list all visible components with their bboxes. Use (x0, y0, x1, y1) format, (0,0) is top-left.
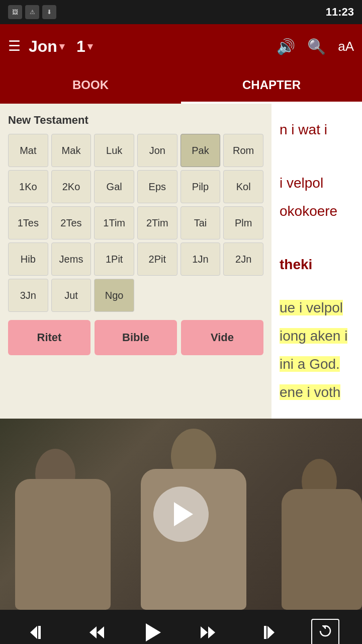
status-icon-image: 🖼 (8, 5, 22, 19)
book-cell-2pit[interactable]: 2Pit (137, 243, 177, 276)
book-cell-hib[interactable]: Hib (8, 243, 48, 276)
figure-left (15, 449, 116, 610)
book-cell-eps[interactable]: Eps (137, 170, 177, 203)
text-line2: i velpol (280, 169, 354, 197)
svg-marker-2 (89, 626, 97, 638)
text-line5: ue i velpol (280, 294, 354, 322)
book-dropdown-arrow: ▾ (59, 40, 64, 52)
svg-marker-3 (97, 626, 104, 638)
book-cell-jems[interactable]: Jems (51, 243, 92, 276)
text-line4: theki (280, 251, 354, 279)
book-cell-1ko[interactable]: 1Ko (8, 170, 48, 203)
book-cell-2tes[interactable]: 2Tes (51, 206, 92, 239)
figure-right-body (282, 489, 362, 610)
book-name: Jon (29, 37, 57, 56)
fast-forward-button[interactable] (193, 617, 223, 644)
book-cell-luk[interactable]: Luk (94, 134, 134, 167)
tab-chapter[interactable]: CHAPTER (181, 68, 362, 104)
skip-back-button[interactable] (23, 617, 53, 644)
rewind-button[interactable] (81, 617, 112, 644)
book-cell-empty2 (180, 279, 221, 312)
tab-row: BOOK CHAPTER (0, 68, 362, 104)
ritet-button[interactable]: Ritet (8, 320, 90, 355)
chapter-dropdown-arrow: ▾ (87, 40, 93, 52)
svg-marker-7 (267, 626, 275, 639)
text-line8: ene i voth (280, 378, 354, 407)
book-cell-mak[interactable]: Mak (51, 134, 92, 167)
tab-book[interactable]: BOOK (0, 68, 181, 104)
dropdown-panel: New Testament Mat Mak Luk Jon Pak Rom 1K… (0, 104, 272, 419)
book-cell-rom[interactable]: Rom (223, 134, 263, 167)
section-label: New Testament (8, 114, 263, 127)
book-cell-mat[interactable]: Mat (8, 134, 48, 167)
book-cell-gal[interactable]: Gal (94, 170, 134, 203)
text-line3: okokoere (280, 197, 354, 225)
book-cell-plm[interactable]: Plm (223, 206, 263, 239)
figure-right (282, 459, 362, 610)
svg-marker-5 (201, 626, 208, 638)
book-cell-jut[interactable]: Jut (51, 279, 92, 312)
book-grid: Mat Mak Luk Jon Pak Rom 1Ko 2Ko Gal Eps … (8, 134, 263, 312)
svg-marker-4 (146, 623, 161, 641)
speed-button[interactable] (311, 619, 339, 645)
book-cell-1tes[interactable]: 1Tes (8, 206, 48, 239)
figure-left-body (15, 479, 111, 610)
status-time: 11:23 (326, 6, 354, 19)
toolbar: ☰ Jon ▾ 1 ▾ 🔊 🔍 aA (0, 24, 362, 68)
text-line6: iong aken i (280, 322, 354, 350)
toolbar-icons: 🔊 🔍 aA (277, 38, 354, 55)
search-icon[interactable]: 🔍 (307, 38, 326, 55)
text-line1: n i wat i (280, 116, 354, 144)
svg-marker-6 (208, 626, 215, 638)
special-buttons: Ritet Bible Vide (8, 320, 263, 355)
status-bar: 🖼 ⚠ ⬇ 11:23 (0, 0, 362, 24)
background-text: n i wat i i velpol okokoere theki ue i v… (272, 104, 362, 419)
book-cell-2ko[interactable]: 2Ko (51, 170, 92, 203)
play-video-button[interactable] (153, 487, 209, 542)
play-triangle-icon (174, 502, 193, 526)
book-selector[interactable]: Jon ▾ (29, 37, 64, 56)
book-cell-1tim[interactable]: 1Tim (94, 206, 134, 239)
status-icon-download: ⬇ (42, 5, 56, 19)
chapter-number: 1 (76, 37, 85, 56)
bible-button[interactable]: Bible (95, 320, 177, 355)
status-icon-alert: ⚠ (25, 5, 39, 19)
play-pause-button[interactable] (141, 621, 164, 644)
vide-button[interactable]: Vide (181, 320, 263, 355)
font-size-icon[interactable]: aA (338, 39, 354, 54)
menu-button[interactable]: ☰ (8, 39, 21, 53)
book-cell-jon[interactable]: Jon (137, 134, 177, 167)
book-cell-2tim[interactable]: 2Tim (137, 206, 177, 239)
book-cell-kol[interactable]: Kol (223, 170, 263, 203)
book-cell-1jn[interactable]: 1Jn (180, 243, 221, 276)
book-cell-2jn[interactable]: 2Jn (223, 243, 263, 276)
status-icons: 🖼 ⚠ ⬇ (8, 5, 56, 19)
book-cell-pak[interactable]: Pak (180, 134, 221, 167)
skip-forward-button[interactable] (252, 617, 282, 644)
book-cell-tai[interactable]: Tai (180, 206, 221, 239)
svg-marker-0 (30, 626, 37, 639)
book-cell-1pit[interactable]: 1Pit (94, 243, 134, 276)
svg-rect-1 (38, 626, 41, 639)
video-area (0, 419, 362, 610)
book-cell-3jn[interactable]: 3Jn (8, 279, 48, 312)
book-cell-empty1 (137, 279, 177, 312)
audio-icon[interactable]: 🔊 (277, 38, 295, 55)
svg-rect-8 (264, 626, 266, 639)
chapter-selector[interactable]: 1 ▾ (76, 37, 93, 56)
player-bar (0, 610, 362, 644)
book-cell-pilp[interactable]: Pilp (180, 170, 221, 203)
book-cell-ngo[interactable]: Ngo (94, 279, 134, 312)
text-line7: ini a God. (280, 350, 354, 378)
book-cell-empty3 (223, 279, 263, 312)
